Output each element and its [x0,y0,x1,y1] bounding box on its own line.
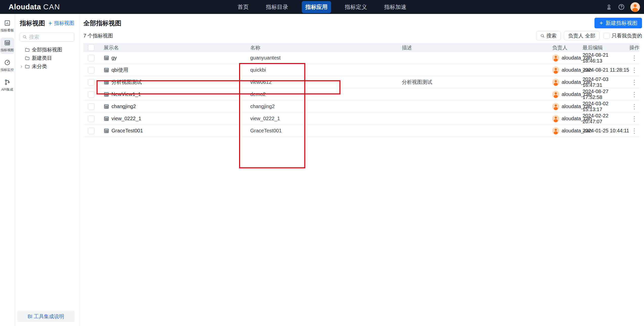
table-row[interactable]: changjing2 changjing2 aloudata_can 2024-… [83,100,639,113]
row-checkbox[interactable] [88,55,95,61]
rail-item-metric-view[interactable]: 指标视图 [1,38,14,54]
help-icon[interactable] [618,4,625,10]
row-name: guanyuantest [250,55,402,61]
more-actions-icon[interactable]: ⋮ [630,79,639,86]
table-row[interactable]: gy guanyuantest aloudata_can 2024-08-21 … [83,52,639,64]
owner-filter-label: 负责人 [568,32,583,39]
row-display-name[interactable]: NewView1_1 [111,91,141,97]
only-mine-checkbox[interactable] [604,33,610,39]
tree-item-uncategorized[interactable]: 未分类 [20,62,74,71]
app-logo: AloudataCAN [0,3,60,11]
folder-icon [25,56,30,61]
owner-avatar [552,127,559,134]
column-header-description[interactable]: 描述 [402,44,552,51]
bi-integration-help-button[interactable]: BI 工具集成说明 [17,311,75,322]
metric-view-icon [104,92,109,97]
row-display-name[interactable]: 分析视图测试 [111,79,142,86]
icon-rail: 指标看板 指标视图 指标监控 API集成 [0,14,15,326]
row-checkbox[interactable] [88,128,95,134]
row-display-name[interactable]: changjing2 [111,104,136,109]
metric-view-icon [104,55,109,61]
row-display-name[interactable]: qbi使用 [111,67,128,73]
rail-item-metric-dashboard[interactable]: 指标看板 [1,18,14,34]
add-metric-view-link[interactable]: 指标视图 [48,20,74,27]
row-display-name[interactable]: gy [111,55,117,61]
table-search-button[interactable]: 搜索 [536,31,561,40]
nav-item-metric-definition[interactable]: 指标定义 [341,1,371,13]
license-icon[interactable] [606,4,612,10]
nav-item-metric-acceleration[interactable]: 指标加速 [381,1,410,13]
row-name: quickbi [250,67,402,73]
table-view-icon [4,39,11,46]
column-header-display-name[interactable]: 展示名 [104,44,250,51]
gauge-icon [4,59,11,66]
more-actions-icon[interactable]: ⋮ [630,103,639,110]
more-actions-icon[interactable]: ⋮ [630,128,639,134]
row-last-edited: 2024-08-27 17:52:58 [583,89,629,100]
table-row[interactable]: GraceTest001 GraceTest001 aloudata_can 2… [83,125,639,137]
view-count: 7 个指标视图 [83,32,113,39]
row-checkbox[interactable] [88,67,95,73]
row-last-edited: 2024-08-21 11:28:15 [583,67,629,73]
nav-item-metric-catalog[interactable]: 指标目录 [262,1,292,13]
metric-view-icon [104,67,109,73]
column-header-owner[interactable]: 负责人 [552,44,583,51]
chevron-right-icon[interactable] [20,65,23,68]
tree-item-new-category[interactable]: 新建类目 [20,54,74,62]
column-header-last-edited[interactable]: 最后编辑 [583,44,629,51]
rail-label: 指标监控 [1,68,14,72]
row-name: view0612 [250,79,402,85]
nav-item-home[interactable]: 首页 [234,1,252,13]
dashboard-icon [4,20,11,26]
rail-label: 指标视图 [1,48,14,52]
rail-item-metric-monitor[interactable]: 指标监控 [1,57,14,74]
owner-filter-value: 全部 [585,32,595,39]
row-checkbox[interactable] [88,115,95,122]
sidebar-search-input[interactable] [29,34,72,40]
user-avatar[interactable] [630,2,640,12]
sidebar-search[interactable] [20,32,74,42]
owner-avatar [552,54,559,62]
plus-icon [48,21,53,26]
owner-avatar [552,91,559,98]
more-actions-icon[interactable]: ⋮ [630,55,639,61]
category-tree: 全部指标视图 新建类目 未分类 [20,46,74,71]
row-checkbox[interactable] [88,91,95,98]
select-all-checkbox[interactable] [88,44,95,51]
only-mine-filter[interactable]: 只看我负责的 [604,32,642,39]
table-row[interactable]: qbi使用 quickbi aloudata_can 2024-08-21 11… [83,64,639,76]
logo-brand: Aloudata [9,3,41,11]
table-body: gy guanyuantest aloudata_can 2024-08-21 … [83,52,639,137]
row-checkbox[interactable] [88,79,95,86]
owner-avatar [552,79,559,86]
more-actions-icon[interactable]: ⋮ [630,115,639,122]
owner-avatar [552,115,559,122]
column-header-name[interactable]: 名称 [250,44,402,51]
metric-view-icon [104,79,109,85]
more-actions-icon[interactable]: ⋮ [630,91,639,98]
table-row[interactable]: view_0222_1 view_0222_1 aloudata_can 202… [83,113,639,125]
nav-item-metric-app[interactable]: 指标应用 [302,1,331,13]
row-checkbox[interactable] [88,103,95,110]
sidebar-title: 指标视图 [20,19,45,27]
rail-label: 指标看板 [1,28,14,32]
row-last-edited: 2024-03-02 15:13:17 [583,101,629,112]
more-actions-icon[interactable]: ⋮ [630,67,639,73]
create-metric-view-button[interactable]: 新建指标视图 [594,18,642,28]
metric-view-icon [104,116,109,121]
plus-icon [599,21,604,25]
table-row[interactable]: 分析视图测试 view0612 分析视图测试 aloudata_can 2024… [83,76,639,88]
table-row[interactable]: NewView1_1 demo2 aloudata_can 2024-08-27… [83,88,639,100]
rail-label: API集成 [1,88,14,91]
owner-filter-button[interactable]: 负责人 全部 [564,31,600,40]
tree-item-all-views[interactable]: 全部指标视图 [20,46,74,54]
main-content: 全部指标视图 新建指标视图 7 个指标视图 搜索 负责人 全部 只看我负责的 [80,14,644,326]
topbar-right [606,0,640,14]
tree-label: 全部指标视图 [32,46,62,53]
owner-avatar [552,103,559,110]
row-display-name[interactable]: GraceTest001 [111,128,143,134]
row-display-name[interactable]: view_0222_1 [111,116,141,121]
folder-icon [25,64,30,69]
rail-item-api-integration[interactable]: API集成 [1,77,14,93]
row-last-edited: 2024-02-22 20:47:07 [583,113,629,125]
